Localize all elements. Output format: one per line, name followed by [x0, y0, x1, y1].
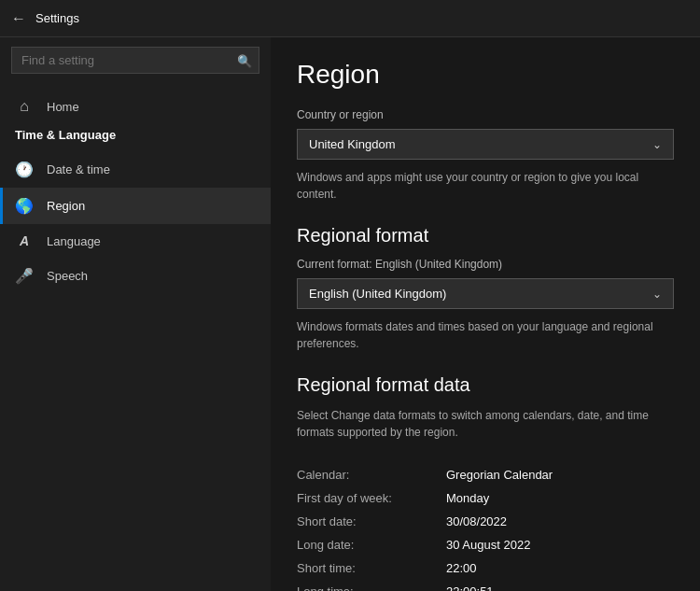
country-dropdown-value: United Kingdom: [309, 137, 396, 151]
back-button[interactable]: ←: [11, 10, 26, 27]
row-label: First day of week:: [297, 491, 446, 505]
format-data-heading: Regional format data: [297, 374, 674, 396]
current-format-label: Current format: English (United Kingdom): [297, 258, 674, 271]
format-data-description: Select Change data formats to switch amo…: [297, 407, 674, 441]
clock-icon: 🕐: [15, 161, 34, 178]
row-label: Short date:: [297, 514, 446, 528]
chevron-down-icon: ⌄: [652, 138, 662, 151]
page-title: Region: [297, 60, 674, 90]
sidebar-item-home-label: Home: [47, 100, 79, 114]
format-data-table: Calendar: Gregorian Calendar First day o…: [297, 463, 674, 591]
table-row: Long time: 22:00:51: [297, 580, 674, 591]
sidebar-item-region[interactable]: 🌎 Region: [0, 188, 271, 224]
table-row: First day of week: Monday: [297, 486, 674, 510]
sidebar-item-region-label: Region: [47, 199, 85, 213]
row-value: Gregorian Calendar: [446, 468, 553, 482]
regional-format-heading: Regional format: [297, 225, 674, 246]
home-icon: ⌂: [15, 98, 34, 115]
search-icon: 🔍: [237, 53, 252, 67]
country-description: Windows and apps might use your country …: [297, 169, 674, 203]
sidebar-item-date-time-label: Date & time: [47, 162, 110, 176]
search-box[interactable]: 🔍: [11, 47, 259, 74]
sidebar: 🔍 ⌂ Home Time & Language 🕐 Date & time 🌎…: [0, 37, 271, 591]
main-layout: 🔍 ⌂ Home Time & Language 🕐 Date & time 🌎…: [0, 37, 700, 591]
row-value: 22:00: [446, 561, 477, 575]
sidebar-section-label: Time & Language: [0, 124, 271, 151]
table-row: Calendar: Gregorian Calendar: [297, 463, 674, 486]
sidebar-item-speech[interactable]: 🎤 Speech: [0, 258, 271, 294]
search-input[interactable]: [11, 47, 259, 74]
sidebar-item-speech-label: Speech: [47, 269, 88, 283]
table-row: Long date: 30 August 2022: [297, 533, 674, 556]
table-row: Short date: 30/08/2022: [297, 510, 674, 533]
format-dropdown[interactable]: English (United Kingdom) ⌄: [297, 278, 674, 309]
table-row: Short time: 22:00: [297, 556, 674, 580]
app-title: Settings: [35, 11, 79, 25]
titlebar: ← Settings: [0, 0, 700, 37]
sidebar-item-language-label: Language: [47, 234, 101, 248]
country-dropdown[interactable]: United Kingdom ⌄: [297, 129, 674, 160]
format-dropdown-value: English (United Kingdom): [309, 287, 446, 301]
sidebar-item-language[interactable]: A Language: [0, 224, 271, 258]
sidebar-item-home[interactable]: ⌂ Home: [0, 89, 271, 124]
row-label: Calendar:: [297, 468, 446, 482]
format-chevron-icon: ⌄: [652, 288, 662, 301]
row-label: Long date:: [297, 538, 446, 552]
format-description: Windows formats dates and times based on…: [297, 318, 674, 352]
row-label: Long time:: [297, 584, 446, 591]
row-value: 30 August 2022: [446, 538, 530, 552]
row-label: Short time:: [297, 561, 446, 575]
row-value: 22:00:51: [446, 584, 494, 591]
row-value: 30/08/2022: [446, 514, 507, 528]
country-section-label: Country or region: [297, 108, 674, 121]
microphone-icon: 🎤: [15, 267, 34, 285]
row-value: Monday: [446, 491, 489, 505]
content-area: Region Country or region United Kingdom …: [271, 37, 700, 591]
sidebar-item-date-time[interactable]: 🕐 Date & time: [0, 151, 271, 188]
globe-icon: 🌎: [15, 197, 34, 215]
language-icon: A: [15, 233, 34, 248]
